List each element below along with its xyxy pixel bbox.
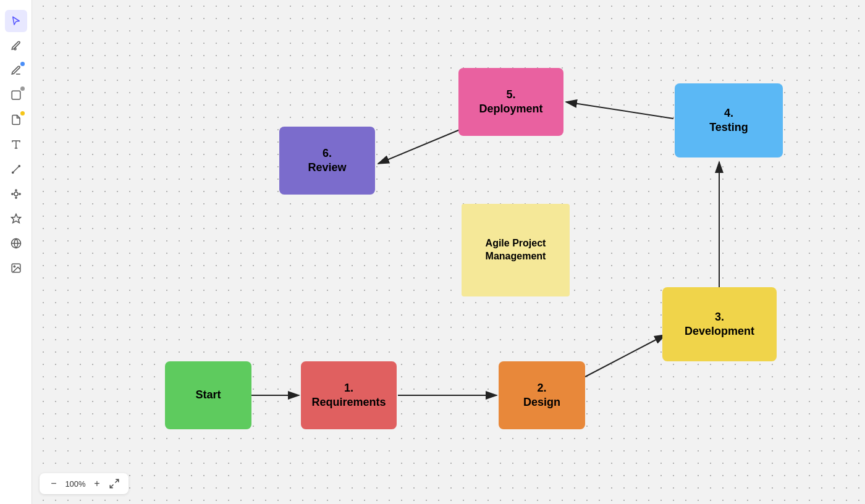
node-development[interactable]: 3. Development bbox=[662, 287, 777, 361]
node-review[interactable]: 6. Review bbox=[279, 127, 375, 195]
svg-point-15 bbox=[14, 266, 15, 267]
text-tool[interactable] bbox=[5, 133, 27, 156]
arrow-design-development bbox=[585, 335, 665, 377]
line-tool[interactable] bbox=[5, 158, 27, 180]
zoom-out-button[interactable]: − bbox=[47, 477, 61, 490]
node-requirements[interactable]: 1. Requirements bbox=[301, 361, 397, 429]
paint-tool[interactable] bbox=[5, 35, 27, 57]
svg-line-18 bbox=[110, 485, 113, 488]
svg-point-7 bbox=[15, 190, 16, 191]
zoom-fit-button[interactable] bbox=[108, 477, 121, 490]
shape-tool[interactable] bbox=[5, 84, 27, 106]
svg-point-6 bbox=[14, 192, 18, 196]
note-dot bbox=[20, 111, 25, 116]
svg-line-3 bbox=[12, 166, 19, 173]
node-agile[interactable]: Agile Project Management bbox=[462, 204, 570, 296]
magic-tool[interactable] bbox=[5, 208, 27, 230]
svg-point-5 bbox=[19, 166, 20, 167]
svg-point-4 bbox=[12, 172, 13, 173]
node-start[interactable]: Start bbox=[165, 361, 251, 429]
arrow-deployment-review bbox=[378, 130, 460, 164]
image-tool[interactable] bbox=[5, 257, 27, 279]
arrows-layer bbox=[32, 0, 865, 504]
svg-point-9 bbox=[11, 193, 12, 195]
node-deployment[interactable]: 5. Deployment bbox=[458, 68, 563, 136]
select-tool[interactable] bbox=[5, 10, 27, 32]
canvas-area[interactable]: Start 1. Requirements 2. Design 3. Devel… bbox=[32, 0, 865, 504]
svg-point-8 bbox=[15, 197, 16, 198]
web-tool[interactable] bbox=[5, 232, 27, 254]
zoom-toolbar: − 100% + bbox=[40, 473, 129, 494]
svg-point-10 bbox=[19, 193, 20, 195]
note-tool[interactable] bbox=[5, 109, 27, 131]
sidebar bbox=[0, 0, 32, 504]
pen-dot bbox=[20, 62, 25, 66]
shape-dot bbox=[20, 86, 25, 91]
zoom-in-button[interactable]: + bbox=[90, 477, 104, 490]
svg-line-17 bbox=[116, 479, 119, 482]
svg-marker-11 bbox=[11, 214, 20, 223]
node-design[interactable]: 2. Design bbox=[499, 361, 585, 429]
svg-rect-0 bbox=[12, 91, 20, 99]
arrow-testing-deployment bbox=[566, 102, 673, 119]
pen-tool[interactable] bbox=[5, 59, 27, 82]
node-testing[interactable]: 4. Testing bbox=[675, 83, 783, 158]
component-tool[interactable] bbox=[5, 183, 27, 205]
zoom-level: 100% bbox=[64, 479, 86, 489]
